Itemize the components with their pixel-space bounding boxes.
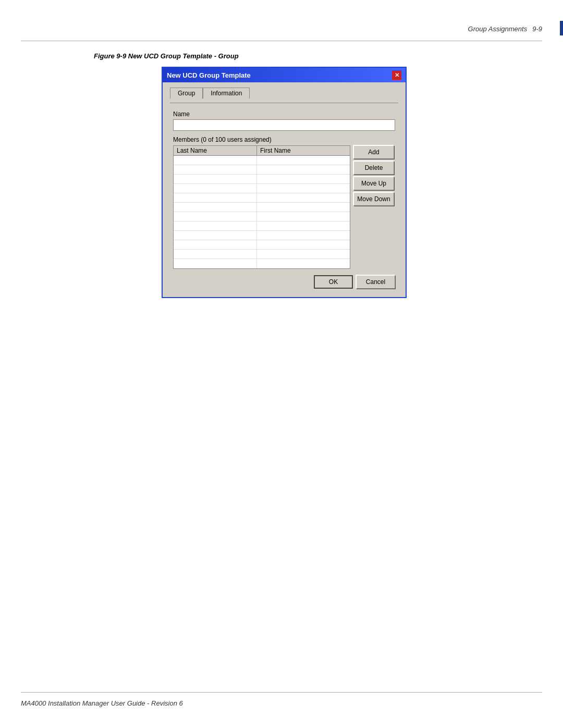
action-buttons: Add Delete Move Up Move Down [353, 145, 395, 269]
table-header: Last Name First Name [174, 146, 350, 156]
table-row [174, 184, 350, 193]
move-up-button[interactable]: Move Up [353, 177, 394, 190]
bottom-buttons: OK Cancel [173, 275, 395, 289]
ok-button[interactable]: OK [314, 275, 353, 289]
table-row [174, 165, 350, 175]
name-label: Name [173, 110, 395, 118]
table-row [174, 221, 350, 231]
tab-information[interactable]: Information [203, 88, 250, 98]
dialog-title: New UCD Group Template [167, 71, 251, 79]
table-row [174, 240, 350, 250]
top-divider [21, 41, 542, 41]
figure-caption-bold: Figure 9-9 [94, 52, 126, 60]
table-row [174, 250, 350, 259]
table-row [174, 212, 350, 221]
figure-caption: Figure 9-9 New UCD Group Template - Grou… [94, 52, 239, 60]
members-table: Last Name First Name [173, 145, 350, 269]
page-header: Group Assignments 9-9 [468, 25, 542, 33]
close-button[interactable]: ✕ [392, 70, 401, 80]
tab-group[interactable]: Group [170, 88, 203, 99]
tab-underline [170, 103, 398, 103]
cancel-button[interactable]: Cancel [356, 275, 395, 289]
add-button[interactable]: Add [353, 145, 394, 159]
figure-caption-text: New UCD Group Template - Group [126, 52, 238, 60]
table-row [174, 203, 350, 212]
name-input[interactable] [173, 119, 395, 131]
form-area: Name Members (0 of 100 users assigned) L… [170, 108, 398, 291]
table-row [174, 231, 350, 240]
table-row [174, 259, 350, 268]
col-header-first-name: First Name [257, 146, 350, 155]
footer-text: MA4000 Installation Manager User Guide -… [21, 699, 183, 707]
header-accent-bar [560, 21, 563, 35]
footer: MA4000 Installation Manager User Guide -… [21, 699, 542, 707]
col-header-last-name: Last Name [174, 146, 257, 155]
table-body[interactable] [174, 156, 350, 268]
table-row [174, 193, 350, 203]
section-title: Group Assignments [468, 25, 528, 33]
members-label: Members (0 of 100 users assigned) [173, 136, 395, 143]
footer-divider [21, 692, 542, 693]
tabs-row: Group Information [170, 88, 398, 98]
members-area: Last Name First Name [173, 145, 395, 269]
move-down-button[interactable]: Move Down [353, 192, 394, 206]
page-number: 9-9 [532, 25, 542, 33]
delete-button[interactable]: Delete [353, 161, 394, 175]
dialog-window: New UCD Group Template ✕ Group Informati… [162, 67, 407, 298]
page: Group Assignments 9-9 Figure 9-9 New UCD… [0, 0, 563, 728]
title-bar: New UCD Group Template ✕ [163, 68, 406, 82]
table-row [174, 156, 350, 165]
table-row [174, 175, 350, 184]
dialog-content: Group Information Name Members (0 of 100… [163, 82, 406, 297]
